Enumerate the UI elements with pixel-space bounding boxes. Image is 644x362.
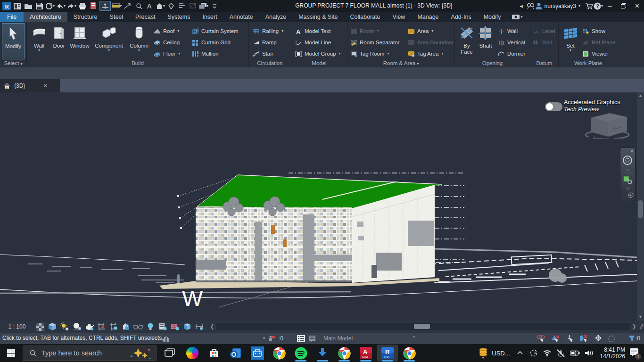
copilot-icon[interactable] <box>185 346 199 360</box>
worksharing-display-icon[interactable] <box>169 321 181 332</box>
revit-icon[interactable]: RRVT <box>380 346 395 360</box>
undo-icon[interactable]: ▾ <box>56 1 66 11</box>
properties-icon[interactable] <box>13 1 22 11</box>
panel-label-model[interactable]: Model <box>291 60 347 67</box>
level-button[interactable]: 1Level <box>533 25 555 37</box>
clock[interactable]: 8:41 PM 14/1/2026 <box>600 346 625 360</box>
curtain-grid-button[interactable]: Curtain Grid <box>192 37 248 48</box>
resize-grip[interactable]: ▞ <box>640 324 643 329</box>
tag-area-button[interactable]: Tag Area▾ <box>408 48 455 59</box>
wifi-icon[interactable] <box>543 349 552 357</box>
viewer-button[interactable]: Viewer <box>582 48 616 59</box>
restore-button[interactable] <box>617 0 630 12</box>
scale-button[interactable]: 1 : 100 <box>0 323 34 330</box>
tag-icon[interactable] <box>134 1 143 11</box>
microsoft-store-icon[interactable] <box>207 346 221 360</box>
currency-label[interactable]: USD... <box>492 350 510 357</box>
column-button[interactable]: Column▾ <box>127 23 151 59</box>
show-work-plane-button[interactable]: Show <box>582 25 616 37</box>
accelerated-graphics-toggle[interactable] <box>545 102 562 111</box>
tab-massing-site[interactable]: Massing & Site <box>292 12 344 22</box>
worksets-dialog-icon[interactable] <box>297 335 305 342</box>
panel-label-circulation[interactable]: Circulation <box>249 60 291 67</box>
ribbon-display-toggle[interactable]: ▾ <box>507 12 528 22</box>
select-underlay-icon[interactable] <box>551 335 561 343</box>
wall-button[interactable]: Wall▾ <box>29 23 50 59</box>
area-boundary-button[interactable]: Area Boundary <box>408 37 455 48</box>
tab-modify[interactable]: Modify <box>478 12 507 22</box>
stair-button[interactable]: Stair <box>253 48 283 59</box>
hscroll-right-icon[interactable]: ❯ <box>631 321 637 333</box>
default-3d-view-icon[interactable]: ▾ <box>156 1 165 11</box>
viewport-3d[interactable]: W Accelerated Graphics Tech Preview LEFT… <box>0 92 644 321</box>
spot-elevation-icon[interactable] <box>123 1 132 11</box>
design-options-value[interactable]: Main Model <box>323 335 353 342</box>
tab-file[interactable]: File <box>0 12 24 22</box>
minimize-button[interactable]: ─ <box>603 0 617 12</box>
select-pinned-icon[interactable] <box>565 335 575 343</box>
vertical-opening-button[interactable]: Vertical <box>498 37 525 48</box>
username[interactable]: nursyafikay3 <box>545 3 576 9</box>
model-group-button[interactable]: Model Group▾ <box>295 48 341 59</box>
tab-manage[interactable]: Manage <box>411 12 445 22</box>
worksets-caret[interactable]: ▾ <box>263 337 265 340</box>
tab-systems[interactable]: Systems <box>161 12 196 22</box>
visual-style-icon[interactable] <box>46 321 58 332</box>
download-arrow-icon[interactable] <box>315 346 330 360</box>
dormer-button[interactable]: Dormer <box>498 48 525 59</box>
room-separator-button[interactable]: Room Separator <box>350 37 408 48</box>
text-icon[interactable]: A <box>145 1 154 11</box>
displace-elements-icon[interactable] <box>181 321 193 332</box>
area-button[interactable]: Area▾ <box>408 25 455 37</box>
tab-analyze[interactable]: Analyze <box>259 12 292 22</box>
mic-muted-icon[interactable] <box>556 349 565 357</box>
mullion-button[interactable]: Mullion <box>192 48 248 59</box>
outlook-icon[interactable] <box>229 346 243 360</box>
panel-label-datum[interactable]: Datum <box>530 60 558 67</box>
taskbar-search[interactable]: Type here to search <box>23 346 157 361</box>
measure-icon[interactable] <box>99 1 111 11</box>
view-cube[interactable]: LEFT <box>584 109 631 139</box>
close-view-icon[interactable]: ✕ <box>43 82 48 89</box>
view-lock-icon[interactable] <box>120 321 132 332</box>
help-icon[interactable]: ?▾ <box>594 1 603 11</box>
shaft-button[interactable]: Shaft <box>476 23 495 59</box>
tab-architecture[interactable]: Architecture <box>24 12 67 22</box>
horizontal-scroll-thumb[interactable] <box>414 324 430 329</box>
autocad-icon[interactable]: ACAD <box>359 346 373 360</box>
blue-toolbox-icon[interactable] <box>250 346 264 360</box>
filter-button[interactable]: :0 <box>628 333 640 344</box>
revit-logo[interactable]: R <box>2 1 11 11</box>
currency-coins-icon[interactable] <box>478 347 490 359</box>
set-work-plane-button[interactable]: Set▾ <box>561 23 580 59</box>
constraints-icon[interactable] <box>193 321 206 332</box>
wall-opening-button[interactable]: Wall <box>498 25 525 37</box>
temporary-hide-icon[interactable] <box>144 321 157 332</box>
panel-label-work-plane[interactable]: Work Plane <box>559 60 618 67</box>
horizontal-scrollbar[interactable] <box>216 323 630 330</box>
home-icon[interactable] <box>3 82 10 89</box>
collapse-arrow-icon[interactable]: ◂ <box>517 1 526 11</box>
volume-icon[interactable] <box>585 349 594 357</box>
tab-addins[interactable]: Add-Ins <box>445 12 478 22</box>
task-view-button[interactable] <box>163 346 177 360</box>
print-icon[interactable] <box>78 1 87 11</box>
chrome-icon-3[interactable] <box>402 346 416 360</box>
battery-icon[interactable] <box>570 350 580 356</box>
design-options-caret[interactable]: ▾ <box>413 336 415 338</box>
editable-only-icon[interactable] <box>268 335 275 342</box>
close-doc-icon[interactable] <box>89 1 98 11</box>
user-menu-caret[interactable]: ▾ <box>578 5 580 8</box>
search-help-icon[interactable] <box>526 1 536 11</box>
model-line-button[interactable]: Model Line <box>295 37 341 48</box>
vertical-scrollbar[interactable]: ▲ ▼ <box>637 92 644 321</box>
shadows-icon[interactable] <box>71 321 83 332</box>
design-options-icon[interactable] <box>308 335 316 342</box>
tab-steel[interactable]: Steel <box>104 12 130 22</box>
select-link-icon[interactable] <box>536 335 546 343</box>
tab-annotate[interactable]: Annotate <box>223 12 259 22</box>
ref-plane-button[interactable]: Ref Plane <box>582 37 616 48</box>
vertical-scroll-thumb[interactable] <box>638 200 643 218</box>
render-icon[interactable] <box>83 321 95 332</box>
panel-label-room-area[interactable]: Room & Area ▾ <box>347 60 454 67</box>
